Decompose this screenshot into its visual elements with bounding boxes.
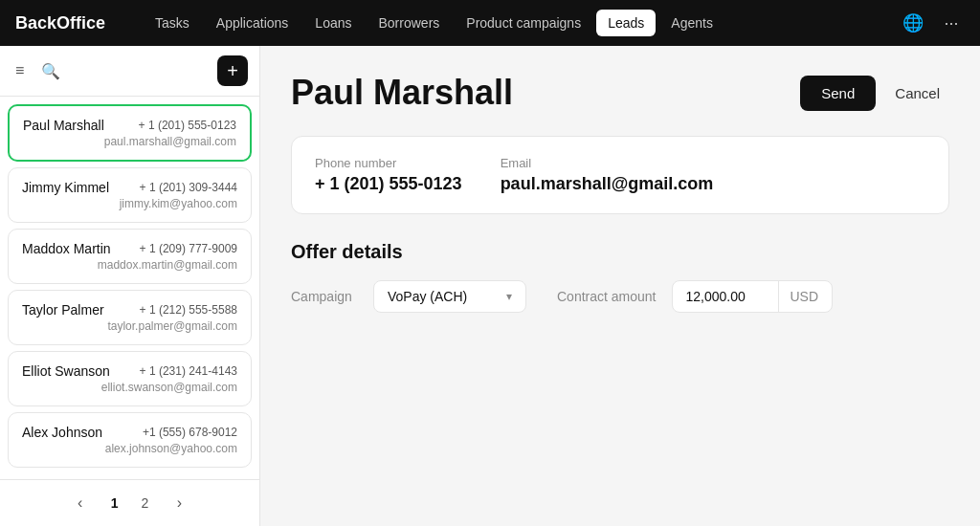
offer-fields-row: Campaign VoPay (ACH) ▾ Contract amount U…: [291, 280, 949, 313]
lead-name: Taylor Palmer: [22, 302, 104, 318]
lead-card-top: Jimmy Kimmel + 1 (201) 309-3444: [22, 180, 237, 195]
next-page-button[interactable]: ›: [166, 490, 192, 516]
lead-email: alex.johnson@yahoo.com: [105, 442, 237, 455]
contract-amount-input-group: USD: [672, 280, 834, 313]
lead-email: jimmy.kim@yahoo.com: [120, 197, 237, 210]
lead-name: Jimmy Kimmel: [22, 180, 109, 195]
nav-icons: 🌐 ···: [900, 10, 965, 36]
lead-name: Paul Marshall: [23, 118, 104, 133]
top-navigation: BackOffice TasksApplicationsLoansBorrowe…: [0, 0, 980, 46]
sidebar-toolbar: ≡ 🔍 +: [0, 46, 259, 97]
lead-phone: + 1 (201) 309-3444: [140, 181, 237, 194]
currency-label: USD: [778, 281, 833, 312]
lead-phone: + 1 (201) 555-0123: [139, 119, 236, 132]
lead-card-top: Alex Johnson +1 (555) 678-9012: [22, 425, 237, 440]
offer-section: Offer details Campaign VoPay (ACH) ▾ Con…: [291, 241, 949, 313]
brand-logo: BackOffice: [15, 13, 105, 33]
nav-link-product-campaigns[interactable]: Product campaigns: [455, 10, 592, 36]
nav-link-tasks[interactable]: Tasks: [144, 10, 201, 36]
more-options-icon[interactable]: ···: [938, 10, 965, 36]
chevron-down-icon: ▾: [506, 290, 512, 303]
lead-email: maddox.martin@gmail.com: [98, 258, 237, 272]
lead-card-top: Taylor Palmer + 1 (212) 555-5588: [22, 302, 237, 318]
campaign-value: VoPay (ACH): [388, 289, 499, 304]
search-icon[interactable]: 🔍: [37, 58, 64, 84]
lead-name: Alex Johnson: [22, 425, 102, 440]
contact-info-card: Phone number + 1 (201) 555-0123 Email pa…: [291, 136, 949, 214]
page-title: Paul Marshall: [291, 73, 513, 113]
contract-amount-label: Contract amount: [557, 289, 657, 304]
lead-email: taylor.palmer@gmail.com: [107, 319, 237, 333]
lead-card[interactable]: Maddox Martin + 1 (209) 777-9009 maddox.…: [8, 229, 252, 284]
page-number-2[interactable]: 2: [136, 493, 155, 513]
lead-card[interactable]: Elliot Swanson + 1 (231) 241-4143 elliot…: [8, 351, 252, 406]
filter-icon[interactable]: ≡: [11, 58, 28, 83]
send-button[interactable]: Send: [800, 76, 876, 111]
lead-card[interactable]: Paul Marshall + 1 (201) 555-0123 paul.ma…: [8, 104, 252, 162]
nav-link-loans[interactable]: Loans: [303, 10, 363, 36]
lead-phone: + 1 (209) 777-9009: [140, 242, 237, 255]
lead-list: Paul Marshall + 1 (201) 555-0123 paul.ma…: [0, 97, 259, 479]
campaign-field: Campaign VoPay (ACH) ▾: [291, 280, 526, 313]
lead-name: Maddox Martin: [22, 241, 111, 256]
globe-icon[interactable]: 🌐: [900, 10, 926, 36]
lead-card-top: Maddox Martin + 1 (209) 777-9009: [22, 241, 237, 256]
page-number-1[interactable]: 1: [105, 493, 124, 513]
content-header: Paul Marshall Send Cancel: [291, 73, 949, 113]
lead-phone: + 1 (231) 241-4143: [140, 364, 237, 378]
email-value: paul.marshall@gmail.com: [501, 174, 714, 194]
email-label: Email: [501, 156, 714, 170]
campaign-label: Campaign: [291, 289, 358, 304]
add-lead-button[interactable]: +: [217, 55, 248, 86]
header-actions: Send Cancel: [800, 76, 949, 111]
nav-link-leads[interactable]: Leads: [596, 10, 656, 36]
phone-field: Phone number + 1 (201) 555-0123: [315, 156, 462, 194]
lead-name: Elliot Swanson: [22, 363, 110, 379]
nav-link-borrowers[interactable]: Borrowers: [368, 10, 452, 36]
lead-card[interactable]: Alex Johnson +1 (555) 678-9012 alex.john…: [8, 412, 252, 468]
lead-card[interactable]: Jimmy Kimmel + 1 (201) 309-3444 jimmy.ki…: [8, 167, 252, 223]
nav-link-applications[interactable]: Applications: [205, 10, 301, 36]
campaign-dropdown[interactable]: VoPay (ACH) ▾: [373, 280, 526, 313]
lead-card-top: Paul Marshall + 1 (201) 555-0123: [23, 118, 236, 133]
lead-email: paul.marshall@gmail.com: [104, 135, 236, 148]
offer-section-title: Offer details: [291, 241, 949, 263]
lead-phone: + 1 (212) 555-5588: [140, 303, 237, 317]
lead-card-top: Elliot Swanson + 1 (231) 241-4143: [22, 363, 237, 379]
cancel-button[interactable]: Cancel: [885, 76, 949, 111]
sidebar: ≡ 🔍 + Paul Marshall + 1 (201) 555-0123 p…: [0, 46, 260, 526]
nav-links: TasksApplicationsLoansBorrowersProduct c…: [144, 10, 877, 36]
phone-label: Phone number: [315, 156, 462, 170]
phone-value: + 1 (201) 555-0123: [315, 174, 462, 194]
lead-phone: +1 (555) 678-9012: [143, 426, 237, 439]
contract-amount-input[interactable]: [673, 281, 778, 312]
lead-card[interactable]: Taylor Palmer + 1 (212) 555-5588 taylor.…: [8, 290, 252, 345]
prev-page-button[interactable]: ‹: [67, 490, 94, 516]
pagination: ‹ 12›: [0, 479, 259, 526]
contract-amount-field: Contract amount USD: [557, 280, 833, 313]
nav-link-agents[interactable]: Agents: [659, 10, 724, 36]
main-content: Paul Marshall Send Cancel Phone number +…: [260, 46, 980, 526]
email-field: Email paul.marshall@gmail.com: [501, 156, 714, 194]
lead-email: elliot.swanson@gmail.com: [101, 381, 237, 394]
